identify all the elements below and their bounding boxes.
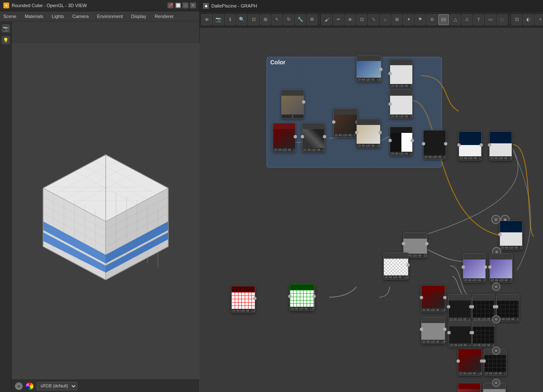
tool-camera[interactable]: 📷: [213, 14, 224, 25]
tool-text[interactable]: T: [473, 14, 484, 25]
node-input-port[interactable]: [495, 305, 498, 308]
tool-search[interactable]: 🔍: [236, 14, 247, 25]
display-icon[interactable]: ⬡: [15, 382, 23, 390]
node-dark-lower[interactable]: 20 48 x20 48 - L8: [449, 320, 472, 347]
node-checker-white[interactable]: 20 48 x20 48 - L16: [383, 252, 409, 280]
node-output-port[interactable]: [406, 263, 410, 267]
node-input-port[interactable]: [420, 328, 423, 331]
node-white-tr2[interactable]: 20 48 x20 48 - C8: [390, 89, 413, 119]
node-input-port[interactable]: [447, 331, 451, 334]
node-output-port[interactable]: [253, 297, 256, 300]
tool-warning[interactable]: ⚠: [462, 14, 472, 25]
node-purple2[interactable]: 20 48 x20 48 - C16: [490, 253, 513, 283]
node-output-port[interactable]: [411, 139, 414, 142]
tool-minus[interactable]: ⊖: [426, 14, 437, 25]
node-grid-green[interactable]: 20 48 x20 48 - L16: [289, 284, 315, 311]
node-input-port[interactable]: [488, 265, 492, 269]
tool-triangle[interactable]: △: [450, 14, 461, 25]
tool-grid[interactable]: ⊞: [260, 14, 271, 25]
node-blue-top[interactable]: 20 48 x20 48 - C8: [356, 55, 381, 82]
node-input-port[interactable]: [388, 139, 392, 142]
node-purple1[interactable]: 20 48 x20 48 - C16: [463, 253, 486, 283]
node-dark-red-bottom[interactable]: 20 48 x20 48 - L1: [421, 285, 445, 312]
camera-icon[interactable]: 📷: [2, 24, 10, 33]
minimize-button[interactable]: ─: [183, 3, 188, 8]
node-output-port[interactable]: [323, 135, 326, 138]
color-wheel-icon[interactable]: [26, 382, 33, 390]
graph-canvas[interactable]: Color 20 48 x20 48 - C8 20 48 x20 48 - C…: [200, 28, 543, 392]
tool-node2[interactable]: ✦: [403, 14, 414, 25]
node-dark-red[interactable]: 20 48 x20 48 - L16: [273, 123, 296, 152]
tool-color[interactable]: ◐: [523, 14, 534, 25]
light-icon[interactable]: 💡: [2, 36, 10, 44]
node-output-port[interactable]: [484, 265, 487, 269]
node-output-port[interactable]: [302, 100, 305, 104]
node-dark-right[interactable]: 20 48 x20 48 - L16: [423, 130, 446, 159]
node-input-port[interactable]: [402, 242, 405, 245]
menu-camera[interactable]: Camera: [71, 13, 90, 20]
node-output-port[interactable]: [443, 328, 447, 331]
node-white-far-right[interactable]: 20 48 x20 48 - C8: [489, 131, 512, 160]
restore-button[interactable]: ⬜: [175, 3, 181, 8]
tool-eye[interactable]: 👁: [345, 14, 355, 25]
tool-plus[interactable]: 89: [438, 14, 449, 25]
round-tool-icon-7[interactable]: ⊕: [492, 379, 500, 387]
node-output-port[interactable]: [480, 143, 483, 147]
round-tool-icon-6[interactable]: ⊕: [492, 346, 500, 355]
node-input-port[interactable]: [462, 265, 465, 269]
node-dark-red-lowest[interactable]: 20 48 x20 48 - L8: [458, 349, 482, 376]
node-input-port[interactable]: [447, 305, 450, 308]
tool-pencil[interactable]: ✏: [333, 14, 344, 25]
tool-rotate[interactable]: ↻: [283, 14, 294, 25]
node-white-tr1[interactable]: 20 48 x20 48 - C8: [390, 59, 413, 88]
node-blue-dark[interactable]: 20 48 x20 48 - L16: [459, 131, 482, 160]
round-tool-icon-5[interactable]: ⊕: [492, 315, 500, 323]
node-dark-brown[interactable]: 20 48 x20 48 - C8: [333, 108, 358, 137]
node-input-port[interactable]: [471, 331, 474, 334]
node-dark-grid-b1[interactable]: 20 48 x20 48 - L8: [472, 294, 495, 321]
tool-node1[interactable]: ⊞: [391, 14, 402, 25]
tool-info[interactable]: ℹ: [225, 14, 236, 25]
tool-link[interactable]: ⚬: [535, 14, 543, 25]
tool-view[interactable]: 👁: [201, 14, 212, 25]
node-output-port[interactable]: [425, 242, 429, 245]
tool-paint[interactable]: 🖌: [321, 14, 332, 25]
tool-transform[interactable]: ⤡: [368, 14, 379, 25]
close-button[interactable]: ✕: [190, 3, 196, 8]
viewport[interactable]: [12, 43, 200, 392]
tool-crop[interactable]: ⊡: [356, 14, 367, 25]
node-input-port[interactable]: [420, 296, 423, 299]
menu-materials[interactable]: Materials: [23, 13, 45, 20]
node-output-port[interactable]: [294, 135, 297, 138]
tool-select[interactable]: ↖: [272, 14, 282, 25]
tool-flag[interactable]: ⚑: [415, 14, 426, 25]
node-taupe[interactable]: 2: [281, 89, 304, 119]
node-panel-right[interactable]: 20 48 x20 48 - C8: [500, 221, 523, 250]
menu-display[interactable]: Display: [129, 13, 148, 20]
tool-lasso[interactable]: ◌: [497, 14, 507, 25]
node-dark-grid-lower[interactable]: 20 48 x20 48 - L8: [472, 320, 495, 347]
node-noise[interactable]: 20 48 x20 48 - L16: [302, 123, 325, 152]
menu-lights[interactable]: Lights: [50, 13, 66, 20]
tool-fit[interactable]: ⊡: [248, 14, 259, 25]
node-grid-red-left[interactable]: 20 48 x20 48 - L16: [231, 286, 255, 313]
node-input-port[interactable]: [457, 359, 460, 363]
node-output-port[interactable]: [443, 296, 447, 299]
node-input-port[interactable]: [498, 233, 502, 236]
round-tool-icon-1[interactable]: ⚙: [491, 215, 500, 224]
pin-button[interactable]: 📌: [167, 3, 173, 8]
node-input-port[interactable]: [288, 295, 292, 298]
node-input-port[interactable]: [301, 135, 304, 138]
tool-select2[interactable]: ▭: [485, 14, 496, 25]
node-bw[interactable]: 20 48 x20 48 - L16: [390, 127, 413, 156]
tool-settings[interactable]: ⚙: [307, 14, 317, 25]
tool-filter[interactable]: ⊡: [511, 14, 522, 25]
tool-circle[interactable]: ○: [380, 14, 391, 25]
node-input-port[interactable]: [388, 72, 392, 75]
round-tool-icon-4[interactable]: ⊕: [492, 283, 500, 291]
node-whitegray-br1[interactable]: 20 48 x20 48 - L8: [458, 383, 481, 392]
node-output-port[interactable]: [378, 131, 382, 134]
menu-renderer[interactable]: Renderer: [153, 13, 175, 20]
node-input-port[interactable]: [488, 143, 491, 147]
node-input-port[interactable]: [457, 143, 461, 147]
